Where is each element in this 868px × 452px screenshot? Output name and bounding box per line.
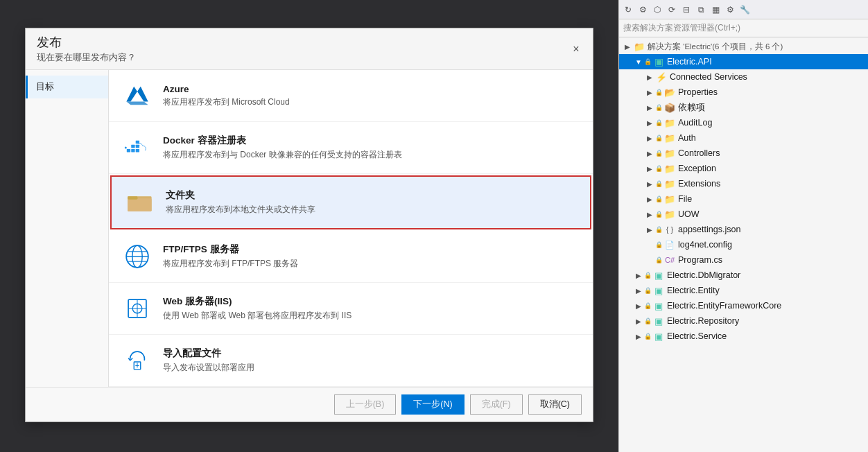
sidebar-item-target[interactable]: 目标 [26,76,108,98]
tree-item-exception[interactable]: ▶ 🔒 📁 Exception [619,161,868,176]
tree-item-service[interactable]: ▶ 🔒 ▣ Electric.Service [619,329,868,344]
ftp-title: FTP/FTPS 服务器 [163,243,298,256]
import-option-text: 导入配置文件 导入发布设置以部署应用 [163,347,254,374]
next-button[interactable]: 下一步(N) [401,394,464,415]
solution-label: 解决方案 'Electric'(6 个项目，共 6 个) [648,42,865,52]
lock-icon-ctrl: 🔒 [655,150,663,157]
solution-arrow: ▶ [622,43,633,51]
publish-option-iis[interactable]: Web 服务器(IIS) 使用 Web 部署或 Web 部署包将应用程序发布到 … [109,283,593,335]
properties-folder-icon: 📂 [663,86,676,98]
tree-item-efcore[interactable]: ▶ 🔒 ▣ Electric.EntityFrameworkCore [619,298,868,313]
tree-item-deps[interactable]: ▶ 🔒 📦 依赖项 [619,100,868,115]
repository-icon: ▣ [652,315,665,327]
dialog-overlay: 发布 现在要在哪里发布内容？ × 目标 [0,0,618,452]
svg-rect-4 [131,149,134,153]
prop-arrow: ▶ [644,89,655,96]
tree-item-auth[interactable]: ▶ 🔒 📁 Auth [619,130,868,146]
publish-option-ftp[interactable]: FTP/FTPS 服务器 将应用程序发布到 FTP/FTPS 服务器 [109,231,593,283]
tree-item-uow[interactable]: ▶ 🔒 📁 UOW [619,207,868,222]
lock-icon-repo: 🔒 [644,318,652,324]
refresh-icon[interactable]: ⟳ [666,3,678,16]
tree-item-connected-services[interactable]: ▶ ⚡ Connected Services [619,69,868,85]
publish-option-docker[interactable]: Docker 容器注册表 将应用程序发布到与 Docker 映像兼容的任何受支持… [109,122,593,174]
exception-icon: 📁 [663,162,676,175]
tree-item-appsettings[interactable]: ▶ 🔒 { } appsettings.json [619,222,868,237]
iis-option-text: Web 服务器(IIS) 使用 Web 部署或 Web 部署包将应用程序发布到 … [163,295,351,322]
tree-item-dbmigrator[interactable]: ▶ 🔒 ▣ Electric.DbMigrator [619,268,868,283]
cancel-button[interactable]: 取消(C) [528,394,582,415]
ext-arrow: ▶ [644,180,655,188]
dbmigrator-label: Electric.DbMigrator [667,270,865,280]
svg-rect-7 [136,145,139,148]
auditlog-icon: 📁 [663,116,676,129]
folder-title: 文件夹 [166,189,315,202]
folder-description: 将应用程序发布到本地文件夹或文件共享 [166,204,315,216]
publish-option-import[interactable]: 导入配置文件 导入发布设置以部署应用 [109,335,593,387]
publish-dialog: 发布 现在要在哪里发布内容？ × 目标 [25,28,593,422]
tree-item-solution[interactable]: ▶ 📁 解决方案 'Electric'(6 个项目，共 6 个) [619,39,868,54]
copy-icon[interactable]: ⧉ [695,3,707,16]
dbmigrator-icon: ▣ [652,269,665,281]
tree-item-extensions[interactable]: ▶ 🔒 📁 Extensions [619,176,868,191]
publish-option-folder[interactable]: 文件夹 将应用程序发布到本地文件夹或文件共享 [110,175,591,229]
azure-icon [123,81,152,110]
lock-icon-props: 🔒 [655,89,663,96]
publish-options: Azure 将应用程序发布到 Microsoft Cloud [109,70,593,387]
dialog-body: 目标 [26,70,593,387]
lock-icon-log: 🔒 [655,241,663,248]
toolbar-icon-1[interactable]: ⬡ [651,3,663,16]
file-label: File [678,194,865,204]
auth-icon: 📁 [663,132,676,144]
dialog-options-list: Azure 将应用程序发布到 Microsoft Cloud [109,70,593,387]
svg-marker-0 [126,87,137,102]
wrench-icon[interactable]: 🔧 [738,3,751,16]
azure-title: Azure [163,84,290,94]
lock-icon-efc: 🔒 [644,302,652,309]
se-toolbar: ↻ ⚙ ⬡ ⟳ ⊟ ⧉ ▦ ⚙ 🔧 [619,0,868,19]
collapse-icon[interactable]: ⊟ [680,3,693,16]
entity-icon: ▣ [652,284,665,297]
settings-icon[interactable]: ⚙ [724,3,736,16]
dialog-close-button[interactable]: × [568,41,584,58]
deps-arrow: ▶ [644,104,655,112]
tree-item-electric-api[interactable]: ▼ 🔒 ▣ Electric.API [619,54,868,69]
tree-item-repository[interactable]: ▶ 🔒 ▣ Electric.Repository [619,313,868,329]
filter-icon[interactable]: ▦ [709,3,722,16]
tree-item-log4net[interactable]: 🔒 📄 log4net.config [619,237,868,252]
deps-label: 依赖项 [678,102,865,114]
uow-label: UOW [678,209,865,219]
publish-option-azure[interactable]: Azure 将应用程序发布到 Microsoft Cloud [109,70,593,122]
properties-label: Properties [678,87,865,97]
program-label: Program.cs [678,255,865,265]
back-button[interactable]: 上一步(B) [334,394,397,415]
tree-item-entity[interactable]: ▶ 🔒 ▣ Electric.Entity [619,283,868,298]
tree-item-controllers[interactable]: ▶ 🔒 📁 Controllers [619,146,868,161]
finish-button[interactable]: 完成(F) [470,394,523,415]
se-tree: ▶ 📁 解决方案 'Electric'(6 个项目，共 6 个) ▼ 🔒 ▣ E… [619,37,868,452]
api-label: Electric.API [667,57,865,67]
cs-icon: C# [663,254,676,266]
tree-item-auditlog[interactable]: ▶ 🔒 📁 AuditLog [619,115,868,130]
tree-item-program[interactable]: 🔒 C# Program.cs [619,252,868,268]
lock-icon-app: 🔒 [655,226,663,233]
properties-icon[interactable]: ⚙ [636,3,649,16]
lock-icon-deps: 🔒 [655,104,663,111]
al-arrow: ▶ [644,119,655,127]
svg-rect-6 [131,145,134,148]
tree-item-properties[interactable]: ▶ 🔒 📂 Properties [619,85,868,100]
json-icon: { } [663,223,676,236]
search-placeholder-text: 搜索解决方案资源管理器(Ctrl+;) [623,23,740,33]
svg-rect-5 [136,149,139,153]
efcore-icon: ▣ [652,299,665,312]
lock-icon-exc: 🔒 [655,165,663,172]
sync-icon[interactable]: ↻ [622,3,634,16]
ftp-icon [123,242,152,271]
dialog-title: 发布 [37,34,136,51]
entity-label: Electric.Entity [667,286,865,295]
lock-icon-auth: 🔒 [655,134,663,141]
dialog-sidebar: 目标 [26,70,109,387]
svg-rect-13 [128,196,137,199]
azure-option-text: Azure 将应用程序发布到 Microsoft Cloud [163,84,290,108]
solution-icon: 📁 [633,40,645,53]
tree-item-file[interactable]: ▶ 🔒 📁 File [619,191,868,207]
